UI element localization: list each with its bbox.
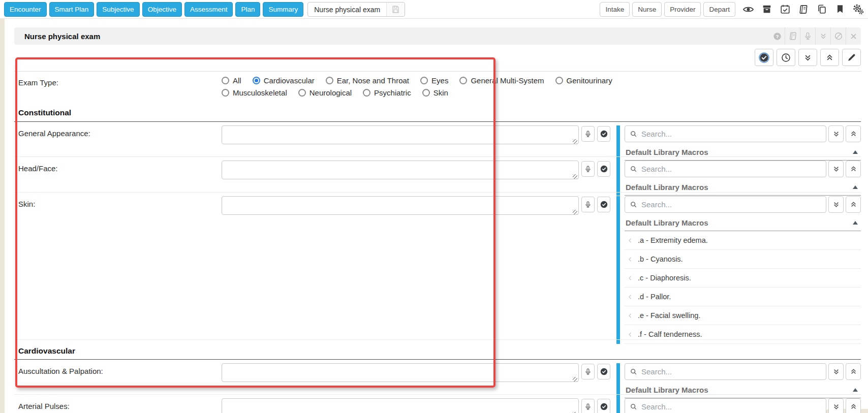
calendar-check-icon[interactable] (779, 4, 791, 15)
expand-macros-button[interactable] (828, 196, 844, 213)
radio-general-multi-system[interactable]: General Multi-System (459, 76, 544, 85)
collapse-macros-button[interactable] (846, 196, 861, 213)
radio-label: Genitourinary (567, 76, 612, 85)
macro-item-diaphoresis[interactable]: .c - Diaphoresis. (625, 269, 861, 288)
confirm-button[interactable] (755, 49, 773, 66)
radio-skin[interactable]: Skin (422, 88, 448, 97)
macro-search-box[interactable] (625, 161, 826, 177)
dictate-button[interactable] (581, 126, 595, 142)
confirm-field-button[interactable] (597, 197, 610, 212)
nav-button-plan[interactable]: Plan (235, 2, 260, 17)
macro-search-input[interactable] (641, 367, 821, 376)
active-document-tab[interactable]: Nurse physical exam (307, 2, 405, 17)
dictate-button[interactable] (581, 161, 595, 177)
macro-search-input[interactable] (641, 165, 821, 173)
collapse-macros-button[interactable] (846, 125, 861, 142)
expand-macros-button[interactable] (828, 363, 844, 380)
radio-genitourinary[interactable]: Genitourinary (555, 76, 612, 85)
head-face-textarea[interactable] (222, 161, 579, 179)
expand-macros-button[interactable] (828, 398, 844, 413)
radio-musculoskeletal[interactable]: Musculoskeletal (222, 88, 287, 97)
collapse-macros-button[interactable] (846, 363, 861, 380)
macro-item-label: .e - Facial swelling. (638, 311, 700, 320)
expand-all-button[interactable] (798, 49, 817, 66)
radio-circle (222, 89, 229, 97)
default-library-macros-title: Default Library Macros (626, 218, 708, 227)
expand-macros-button[interactable] (828, 125, 844, 142)
history-button[interactable] (777, 49, 795, 66)
confirm-field-button[interactable] (597, 364, 610, 379)
macro-item-pallor[interactable]: .d - Pallor. (625, 288, 861, 306)
chevrons-up-icon (849, 402, 858, 411)
confirm-field-button[interactable] (597, 399, 610, 413)
edit-button[interactable] (842, 49, 861, 66)
stage-button-provider[interactable]: Provider (664, 2, 701, 17)
macro-search-box[interactable] (625, 125, 826, 142)
settings-gears-icon[interactable] (852, 4, 864, 15)
textarea-wrap (222, 125, 579, 146)
nav-button-encounter[interactable]: Encounter (4, 2, 47, 17)
top-toolbar: Encounter Smart Plan Subjective Objectiv… (0, 0, 868, 19)
stage-button-nurse[interactable]: Nurse (632, 2, 662, 17)
dictate-button[interactable] (581, 399, 595, 413)
nav-button-smart-plan[interactable]: Smart Plan (49, 2, 95, 17)
macro-search-box[interactable] (625, 363, 826, 380)
chevrons-down-icon (832, 367, 841, 376)
app-window: Encounter Smart Plan Subjective Objectiv… (0, 0, 868, 413)
bookmark-icon[interactable] (834, 4, 846, 15)
radio-circle (326, 77, 333, 84)
expand-macros-button[interactable] (828, 161, 844, 177)
confirm-field-button[interactable] (597, 126, 610, 142)
radio-circle (459, 77, 467, 84)
stage-button-depart[interactable]: Depart (703, 2, 735, 17)
collapse-macros-button[interactable] (846, 161, 861, 177)
macro-item-cyanosis[interactable]: .b - Cyanosis. (625, 250, 861, 269)
chevrons-up-icon (849, 200, 858, 209)
macro-search-input[interactable] (641, 402, 821, 411)
default-library-macros-header[interactable]: Default Library Macros (625, 217, 861, 231)
macro-item-label: .f - Calf tenderness. (638, 330, 702, 338)
collapse-all-icon[interactable] (815, 27, 830, 45)
macro-item-facial-swelling[interactable]: .e - Facial swelling. (625, 306, 861, 325)
macro-search-box[interactable] (625, 398, 826, 413)
check-circle-icon (600, 200, 608, 209)
radio-ear-nose-throat[interactable]: Ear, Nose and Throat (326, 76, 409, 85)
nav-button-subjective[interactable]: Subjective (97, 2, 139, 17)
search-icon (630, 165, 638, 173)
disable-icon[interactable] (830, 27, 846, 45)
macro-item-extremity-edema[interactable]: .a - Extremity edema. (625, 231, 861, 250)
collapse-caret-icon (853, 221, 858, 225)
dictate-button[interactable] (581, 197, 595, 212)
collapse-macros-button[interactable] (846, 398, 861, 413)
stage-button-intake[interactable]: Intake (600, 2, 630, 17)
macro-search-input[interactable] (641, 130, 821, 138)
general-appearance-textarea[interactable] (222, 125, 579, 144)
auscultation-palpation-textarea[interactable] (222, 363, 579, 382)
save-button[interactable] (386, 3, 405, 16)
nav-button-summary[interactable]: Summary (263, 2, 303, 17)
radio-all[interactable]: All (222, 76, 241, 85)
copy-icon[interactable] (816, 4, 827, 15)
exam-type-options-line2: Musculoskeletal Neurological Psychiatric… (222, 88, 624, 97)
dictate-button[interactable] (581, 364, 595, 379)
macro-search-box[interactable] (625, 196, 826, 213)
book-icon[interactable] (785, 27, 800, 45)
skin-textarea[interactable] (222, 196, 579, 215)
nav-button-objective[interactable]: Objective (142, 2, 182, 17)
radio-psychiatric[interactable]: Psychiatric (363, 88, 411, 97)
book-icon[interactable] (797, 4, 809, 15)
collapse-all-button[interactable] (820, 49, 839, 66)
archive-box-icon[interactable] (761, 4, 772, 15)
macro-search-input[interactable] (641, 200, 821, 209)
eye-icon[interactable] (742, 4, 754, 15)
radio-cardiovascular[interactable]: Cardiovascular (253, 76, 315, 85)
help-icon[interactable] (769, 27, 785, 45)
arterial-pulses-textarea[interactable] (222, 398, 579, 413)
radio-eyes[interactable]: Eyes (420, 76, 448, 85)
chevrons-down-icon (832, 402, 841, 411)
radio-neurological[interactable]: Neurological (298, 88, 352, 97)
confirm-field-button[interactable] (597, 161, 610, 177)
close-icon[interactable] (846, 27, 861, 45)
nav-button-assessment[interactable]: Assessment (184, 2, 233, 17)
microphone-icon[interactable] (800, 27, 815, 45)
